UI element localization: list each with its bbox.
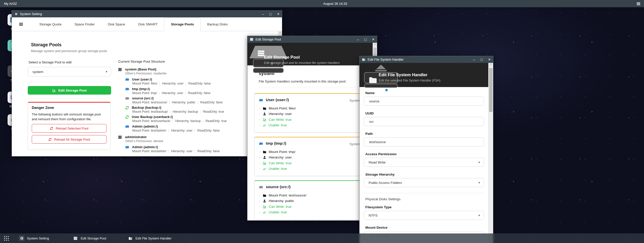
settings-tabbar: Storage QuotaSpace FinderDisk SpaceDisk …	[12, 17, 282, 31]
maximize-button[interactable]: □	[269, 12, 271, 16]
uuid-input[interactable]	[369, 119, 473, 124]
access-permission-select[interactable]: Read Write▾	[364, 158, 484, 167]
fsh-card: tmp (tmp:/)System Res-Mount Point: tmp/-…	[254, 137, 370, 176]
minimize-button[interactable]: –	[357, 38, 359, 41]
divider: |	[195, 129, 195, 132]
uuid-label: UUID	[364, 111, 484, 115]
danger-zone-panel: Danger Zone The following buttons will u…	[28, 102, 111, 150]
divider: |	[169, 101, 170, 104]
close-button[interactable]: ×	[488, 58, 491, 61]
window-title: Edit Storage Pool	[255, 37, 281, 41]
tab-disk-smart[interactable]: Disk SMART	[132, 17, 164, 31]
tab-space-finder[interactable]: Space Finder	[68, 17, 101, 31]
scroll-up-arrow[interactable]: ^	[278, 31, 282, 35]
chevron-down-icon: ▾	[478, 214, 480, 217]
danger-zone-text: The following buttons will unmount stora…	[32, 112, 107, 121]
fsh-name: Admin (admin:/)	[132, 145, 158, 149]
drive-blue-icon	[259, 98, 263, 102]
user-icon	[263, 112, 266, 116]
fsh-meta: ReadOnly: false	[188, 91, 210, 95]
storage-hierarchy-select[interactable]: Public Access Folders▾	[364, 178, 484, 187]
fsh-property-row: -Usable: true	[259, 210, 366, 215]
selected-pool-value: system	[33, 70, 43, 74]
maximize-button[interactable]: □	[480, 58, 482, 61]
pool-name: default	[125, 155, 136, 156]
fsh-meta: Hierarchy: public	[172, 101, 196, 104]
check-icon	[263, 123, 266, 127]
drive-gray-icon	[259, 185, 263, 189]
edit-storage-pool-button[interactable]: Edit Storage Pool	[28, 86, 111, 95]
fsh-card: User (user:/)System Res-Mount Point: fil…	[254, 93, 370, 133]
tab-disk-space[interactable]: Disk Space	[101, 17, 132, 31]
gear-icon	[14, 12, 18, 16]
module-subtitle: Edit the selected File System Handler (F…	[379, 79, 440, 82]
window-title: System Setting	[20, 12, 42, 16]
divider: |	[198, 101, 198, 104]
divider	[28, 82, 111, 82]
edit-fsh-titlebar[interactable]: Edit File System Handler – □ ×	[360, 56, 493, 63]
path-label: Path	[364, 132, 484, 136]
scroll-up-arrow[interactable]: ^	[373, 43, 377, 47]
server-icon	[118, 155, 122, 156]
fsh-meta: Mount Point: test/userback/	[132, 119, 170, 123]
storage-hierarchy-label: Storage Hierarchy	[364, 173, 484, 176]
uuid-field	[364, 117, 484, 126]
fsh-meta: Hierarchy: user	[162, 91, 183, 95]
reload-all-storage-pool-button[interactable]: Reload All Storage Pool	[32, 135, 107, 144]
fsh-meta: ReadOnly: false	[197, 149, 220, 153]
app-launcher-grid-icon[interactable]	[4, 236, 9, 241]
path-input[interactable]	[369, 140, 473, 144]
fsh-meta: Hierarchy: backup	[175, 119, 201, 123]
name-input[interactable]	[369, 99, 473, 103]
drive-blue-icon	[125, 77, 129, 82]
folder-icon	[263, 193, 266, 197]
edit-storage-pool-titlebar[interactable]: Edit Storage Pool – □ ×	[247, 36, 377, 43]
pool-name: administrator	[125, 135, 147, 139]
storage-pool-select[interactable]: system ▾	[28, 67, 111, 76]
window-system-setting: System Setting – □ × Storage QuotaSpace …	[12, 10, 282, 156]
system-setting-titlebar[interactable]: System Setting – □ ×	[12, 11, 282, 17]
drive-blue-icon	[125, 145, 129, 149]
close-button[interactable]: ×	[372, 38, 374, 41]
taskbar-app-edit-storage-pool[interactable]: Edit Storage Pool	[73, 236, 106, 241]
refresh-icon	[48, 138, 52, 141]
fsh-meta: Hierarchy: user	[171, 149, 192, 153]
taskbar-app-edit-file-system-handler[interactable]: Edit File System Handler	[128, 236, 172, 241]
menu-hamburger-icon[interactable]	[19, 22, 23, 26]
fsh-property-row: -Can Write: true	[259, 117, 366, 123]
edit-square-icon	[263, 118, 266, 121]
minimize-button[interactable]: –	[262, 12, 264, 16]
maximize-button[interactable]: □	[364, 38, 366, 41]
drive-blue-icon	[259, 141, 263, 146]
taskbar-app-system-setting[interactable]: System Setting	[19, 235, 49, 241]
brand-label: My ArOZ	[4, 2, 17, 6]
divider: |	[200, 110, 201, 113]
fsh-meta: Hierarchy: user	[162, 82, 184, 85]
fsh-name: tmp (tmp:/)	[132, 87, 150, 91]
taskbar-app-label: Edit Storage Pool	[81, 236, 106, 240]
hamburger-icon[interactable]	[636, 2, 640, 6]
chevron-down-icon: ▾	[106, 70, 107, 73]
scrollbar[interactable]: ^	[488, 63, 493, 243]
clock: August 26 14:33	[323, 2, 347, 6]
fsh-property-row: -Mount Point: test/source/	[259, 192, 366, 198]
page-subtitle: Manage system and permission group stora…	[31, 49, 107, 53]
mounted-handlers-label: File System Handlers currently mounted i…	[259, 79, 346, 83]
minimize-button[interactable]: –	[473, 58, 475, 61]
tab-storage-pools[interactable]: Storage Pools	[164, 17, 201, 31]
divider	[364, 193, 484, 193]
tab-storage-quota[interactable]: Storage Quota	[33, 17, 68, 31]
filesystem-type-select[interactable]: NTFS▾	[364, 211, 484, 220]
scroll-up-arrow[interactable]: ^	[489, 63, 493, 67]
tab-backup-disks[interactable]: Backup Disks	[201, 17, 234, 31]
access-permission-label: Access Permission	[364, 152, 484, 156]
folder-icon	[263, 150, 266, 154]
divider: |	[168, 149, 169, 153]
fsh-property-row: -Mount Point: tmp/	[259, 149, 366, 155]
reload-selected-pool-button[interactable]: Reload Selected Pool	[32, 124, 107, 133]
close-button[interactable]: ×	[277, 12, 279, 16]
sync-green-icon	[125, 115, 129, 119]
fsh-meta: Mount Point: test/admin/	[132, 149, 166, 153]
folder-icon	[263, 106, 266, 110]
chevron-down-icon: ▾	[478, 160, 480, 164]
